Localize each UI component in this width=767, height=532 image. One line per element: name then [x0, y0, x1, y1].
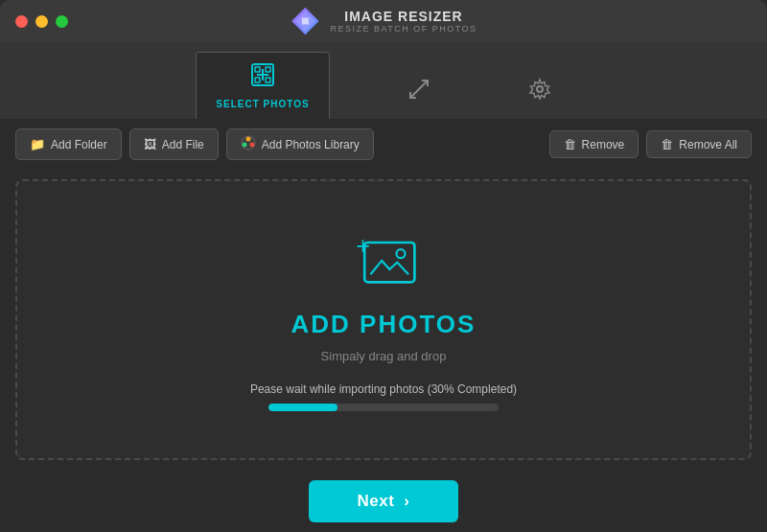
add-folder-button[interactable]: 📁 Add Folder: [15, 128, 122, 160]
app-subtitle: RESIZE BATCH OF PHOTOS: [330, 24, 476, 34]
app-name: IMAGE RESIZER: [330, 9, 476, 24]
drop-zone[interactable]: + ADD PHOTOS Simpaly drag and drop Pease…: [15, 179, 752, 460]
toolbar: SELECT PHOTOS: [0, 42, 767, 119]
add-photos-library-label: Add Photos Library: [262, 138, 360, 151]
progress-area: Pease wait while importing photos (30% C…: [250, 382, 517, 411]
next-label: Next: [357, 492, 394, 511]
svg-marker-2: [302, 17, 309, 24]
svg-rect-6: [255, 67, 260, 72]
tab-settings[interactable]: [508, 67, 571, 119]
folder-icon: 📁: [30, 137, 45, 151]
close-button[interactable]: [15, 15, 28, 28]
app-title-text: IMAGE RESIZER RESIZE BATCH OF PHOTOS: [330, 9, 476, 34]
bottom-bar: Next ›: [0, 470, 767, 532]
remove-icon: 🗑: [564, 137, 576, 151]
progress-bar-background: [268, 404, 499, 411]
remove-all-button[interactable]: 🗑 Remove All: [646, 130, 752, 158]
minimize-button[interactable]: [35, 15, 48, 28]
tab-resize[interactable]: [387, 67, 451, 119]
svg-rect-8: [255, 78, 260, 82]
add-photos-subtitle: Simpaly drag and drop: [321, 349, 447, 363]
progress-label: Pease wait while importing photos (30% C…: [250, 382, 517, 396]
svg-point-11: [537, 86, 543, 92]
next-button[interactable]: Next ›: [309, 480, 457, 522]
app-title-area: IMAGE RESIZER RESIZE BATCH OF PHOTOS: [290, 6, 476, 36]
remove-label: Remove: [582, 138, 625, 151]
tab-select-photos-label: SELECT PHOTOS: [216, 99, 309, 109]
photos-library-icon: [241, 135, 256, 153]
svg-rect-7: [266, 67, 270, 72]
add-folder-label: Add Folder: [51, 138, 107, 151]
svg-text:+: +: [356, 232, 370, 259]
action-bar-right: 🗑 Remove 🗑 Remove All: [549, 130, 752, 158]
next-chevron-icon: ›: [404, 492, 409, 511]
svg-rect-17: [364, 243, 414, 282]
progress-bar-fill: [268, 404, 337, 411]
svg-point-14: [249, 143, 254, 148]
add-file-button[interactable]: 🖼 Add File: [129, 128, 219, 160]
svg-point-15: [242, 143, 246, 148]
title-bar: IMAGE RESIZER RESIZE BATCH OF PHOTOS: [0, 0, 767, 42]
resize-icon: [407, 77, 431, 107]
select-photos-icon: [250, 62, 275, 93]
settings-icon: [527, 77, 552, 107]
add-file-label: Add File: [162, 138, 204, 151]
remove-all-icon: 🗑: [661, 137, 673, 151]
add-photos-title: ADD PHOTOS: [291, 310, 476, 339]
traffic-lights: [15, 15, 68, 28]
remove-all-label: Remove All: [679, 138, 737, 151]
svg-point-13: [245, 137, 250, 142]
tab-select-photos[interactable]: SELECT PHOTOS: [196, 52, 329, 119]
action-bar: 📁 Add Folder 🖼 Add File Add Photos Libra…: [0, 119, 767, 170]
svg-rect-9: [266, 78, 270, 82]
maximize-button[interactable]: [56, 15, 68, 28]
svg-line-10: [410, 81, 428, 98]
svg-point-18: [397, 249, 406, 258]
file-icon: 🖼: [144, 137, 156, 151]
add-photos-library-button[interactable]: Add Photos Library: [226, 128, 374, 160]
add-photos-big-icon: +: [340, 228, 427, 300]
app-logo-icon: [290, 6, 320, 36]
action-bar-left: 📁 Add Folder 🖼 Add File Add Photos Libra…: [15, 128, 374, 160]
remove-button[interactable]: 🗑 Remove: [549, 130, 639, 158]
